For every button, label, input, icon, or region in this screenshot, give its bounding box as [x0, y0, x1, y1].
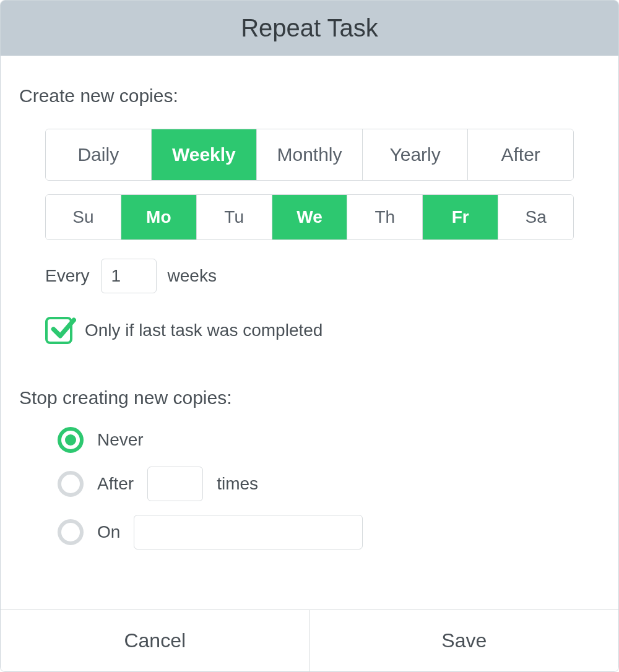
stop-after-suffix-label: times: [217, 474, 258, 494]
stop-never-label: Never: [97, 430, 144, 450]
weekday-th[interactable]: Th: [347, 195, 423, 239]
weekday-mo[interactable]: Mo: [121, 195, 197, 239]
only-if-completed-checkbox[interactable]: [45, 317, 72, 344]
frequency-weekly[interactable]: Weekly: [152, 129, 258, 180]
save-button[interactable]: Save: [310, 610, 619, 671]
weekday-su[interactable]: Su: [46, 195, 121, 239]
every-n-input[interactable]: [101, 259, 157, 293]
checkmark-icon: [49, 314, 76, 342]
stop-after-count-input[interactable]: [147, 467, 203, 501]
stop-never-row: Never: [58, 427, 600, 453]
weekday-tu[interactable]: Tu: [197, 195, 272, 239]
frequency-monthly[interactable]: Monthly: [257, 129, 363, 180]
every-suffix-label: weeks: [168, 266, 217, 286]
frequency-yearly[interactable]: Yearly: [363, 129, 469, 180]
stop-never-radio[interactable]: [58, 427, 84, 453]
stop-on-date-input[interactable]: [134, 515, 363, 549]
only-if-completed-row: Only if last task was completed: [45, 317, 574, 344]
dialog-footer: Cancel Save: [1, 610, 618, 671]
frequency-after[interactable]: After: [468, 129, 573, 180]
weekday-we[interactable]: We: [272, 195, 348, 239]
only-if-completed-label: Only if last task was completed: [85, 321, 322, 340]
weekday-segmented: Su Mo Tu We Th Fr Sa: [45, 194, 574, 240]
weekday-sa[interactable]: Sa: [498, 195, 573, 239]
stop-after-prefix-label: After: [97, 474, 134, 494]
every-prefix-label: Every: [45, 266, 90, 286]
create-copies-label: Create new copies:: [19, 85, 600, 106]
every-n-weeks-row: Every weeks: [45, 259, 574, 293]
cancel-button[interactable]: Cancel: [1, 610, 310, 671]
stop-copies-label: Stop creating new copies:: [19, 387, 600, 408]
dialog-title: Repeat Task: [1, 1, 618, 56]
frequency-daily[interactable]: Daily: [46, 129, 152, 180]
repeat-task-dialog: Repeat Task Create new copies: Daily Wee…: [0, 0, 619, 672]
stop-on-row: On: [58, 515, 600, 549]
stop-on-label: On: [97, 522, 120, 542]
weekday-fr[interactable]: Fr: [423, 195, 498, 239]
stop-after-radio[interactable]: [58, 471, 84, 497]
stop-on-radio[interactable]: [58, 519, 84, 545]
stop-after-row: After times: [58, 467, 600, 501]
frequency-segmented: Daily Weekly Monthly Yearly After: [45, 129, 574, 181]
dialog-body: Create new copies: Daily Weekly Monthly …: [1, 56, 618, 610]
